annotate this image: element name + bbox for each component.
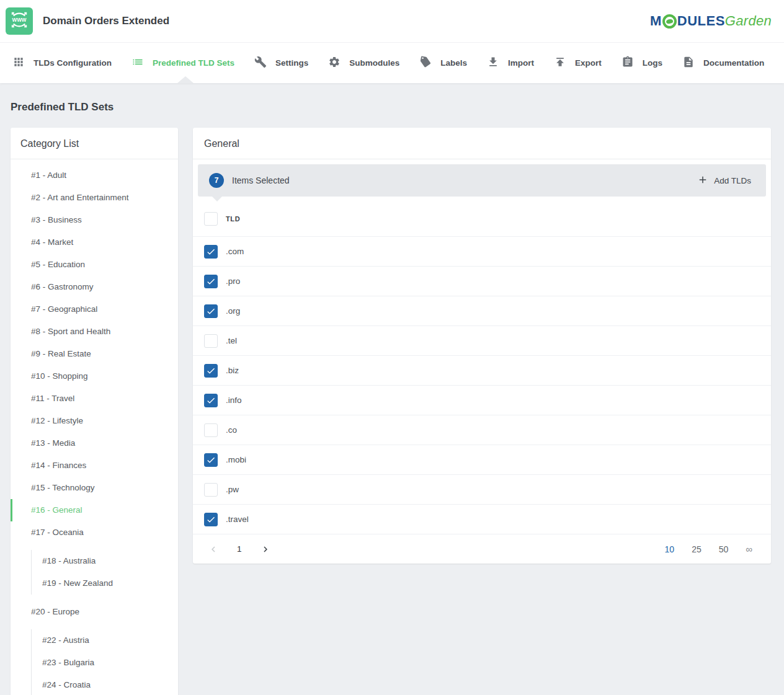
tld-checkbox-checked[interactable] [204,513,218,526]
category-item[interactable]: #3 - Business [11,209,178,231]
brand-globe-icon [662,14,677,29]
selected-label: Items Selected [232,175,290,185]
category-item[interactable]: #20 - Europe [11,601,178,623]
tld-checkbox-unchecked[interactable] [204,423,218,437]
category-item[interactable]: #6 - Gastronomy [11,276,178,298]
selection-toolbar: 7 Items Selected Add TLDs [198,164,766,197]
category-item[interactable]: #23 - Bulgaria [32,652,178,674]
page-size-option[interactable]: 50 [719,544,729,554]
nav-export[interactable]: Export [544,43,612,83]
nav-submodules[interactable]: Submodules [318,43,409,83]
tld-checkbox-checked[interactable] [204,275,218,288]
category-item[interactable]: #5 - Education [11,254,178,276]
import-icon [487,56,499,70]
wrench-icon [254,56,267,70]
tld-label: .info [226,396,242,405]
grid-icon [12,56,25,70]
tld-label: .com [226,247,244,256]
table-header-row: TLD [193,201,771,236]
add-tlds-button[interactable]: Add TLDs [697,174,751,187]
tld-table-body: .com.pro.org.tel.biz.info.co.mobi.pw.tra… [193,236,771,534]
category-item[interactable]: #8 - Sport and Health [11,321,178,343]
brand-middle: DULES [677,13,725,29]
nav-labels[interactable]: Labels [409,43,477,83]
table-row: .tel [193,325,771,355]
tld-label: .pro [226,277,240,286]
category-item[interactable]: #24 - Croatia [32,674,178,695]
category-item[interactable]: #13 - Media [11,432,178,454]
pagination-bar: 1 102550∞ [193,534,771,564]
category-item[interactable]: #16 - General [11,499,178,521]
nav-logs[interactable]: Logs [612,43,672,83]
table-row: .mobi [193,445,771,474]
category-item[interactable]: #22 - Austria [32,629,178,652]
page-controls: 1 [208,544,271,555]
category-item[interactable]: #9 - Real Estate [11,343,178,365]
tld-label: .travel [226,515,249,524]
tld-checkbox-unchecked[interactable] [204,483,218,497]
tag-icon [419,56,432,70]
table-row: .pw [193,474,771,504]
clipboard-icon [621,56,634,70]
table-row: .travel [193,504,771,534]
category-item[interactable]: #18 - Australia [32,550,178,572]
tld-checkbox-unchecked[interactable] [204,334,218,348]
list-icon [131,56,144,70]
export-icon [554,56,566,70]
globe-www-icon: WWW [9,9,30,33]
category-item[interactable]: #15 - Technology [11,477,178,499]
category-item[interactable]: #1 - Adult [11,164,178,187]
nav-import[interactable]: Import [477,43,544,83]
category-item[interactable]: #7 - Geographical [11,298,178,321]
category-list: #1 - Adult#2 - Art and Entertainment#3 -… [11,159,178,695]
category-list-card: Category List #1 - Adult#2 - Art and Ent… [11,128,178,695]
category-item[interactable]: #10 - Shopping [11,365,178,387]
svg-text:WWW: WWW [12,17,26,23]
page-size-option[interactable]: 10 [665,544,675,554]
table-row: .org [193,296,771,325]
category-item[interactable]: #19 - New Zealand [32,572,178,595]
table-row: .biz [193,355,771,385]
module-nav: TLDs Configuration Predefined TLD Sets S… [0,42,784,83]
category-list-title: Category List [11,128,178,159]
module-logo: WWW [6,7,33,35]
tld-checkbox-checked[interactable] [204,304,218,318]
nav-tlds-configuration[interactable]: TLDs Configuration [2,43,122,83]
tld-label: .tel [226,336,237,345]
category-item[interactable]: #14 - Finances [11,454,178,477]
tld-checkbox-checked[interactable] [204,394,218,407]
table-row: .info [193,385,771,415]
current-page-number[interactable]: 1 [237,544,242,554]
category-item[interactable]: #11 - Travel [11,387,178,410]
tld-checkbox-checked[interactable] [204,364,218,378]
prev-page-button[interactable] [208,544,219,555]
category-item[interactable]: #12 - Lifestyle [11,410,178,432]
page-title: Predefined TLD Sets [11,83,771,113]
tld-checkbox-checked[interactable] [204,245,218,259]
category-subgroup: #18 - Australia#19 - New Zealand [31,550,178,595]
category-item[interactable]: #17 - Oceania [11,521,178,544]
brand-prefix: M [650,13,662,29]
tld-checkbox-checked[interactable] [204,453,218,467]
select-all-checkbox[interactable] [204,212,218,226]
tld-column-header: TLD [226,215,240,223]
selected-count-badge: 7 [209,173,224,188]
page-size-option[interactable]: 25 [692,544,702,554]
page-size-options: 102550∞ [665,544,752,554]
tld-label: .biz [226,366,239,375]
nav-settings[interactable]: Settings [244,43,318,83]
tld-label: .co [226,425,237,435]
tld-set-title: General [193,128,771,159]
top-header: WWW Domain Orders Extended M DULES Garde… [0,0,784,42]
category-subgroup: #22 - Austria#23 - Bulgaria#24 - Croatia [31,629,178,695]
table-row: .co [193,415,771,445]
category-item[interactable]: #4 - Market [11,231,178,254]
plus-icon [697,174,708,187]
nav-documentation[interactable]: Documentation [672,43,774,83]
gear-icon [328,56,341,70]
next-page-button[interactable] [260,544,271,555]
page-size-option[interactable]: ∞ [746,544,752,554]
document-icon [682,56,695,70]
category-item[interactable]: #2 - Art and Entertainment [11,187,178,209]
tld-set-card: General 7 Items Selected Add TLDs TLD .c… [193,128,771,564]
